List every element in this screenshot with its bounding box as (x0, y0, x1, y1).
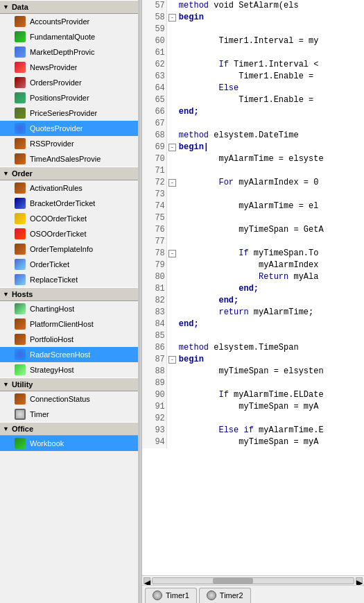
section-header-hosts[interactable]: ▼Hosts (0, 287, 138, 301)
sidebar-item-oco[interactable]: OCOOrderTicket (0, 211, 138, 226)
fold-marker-col (166, 436, 177, 448)
code-text[interactable]: end; (177, 283, 364, 295)
code-text[interactable]: end; (177, 319, 364, 330)
sidebar-item-timesales[interactable]: TimeAndSalesProvie (0, 151, 138, 167)
code-line-row: 72- For myAlarmIndex = 0 (142, 177, 364, 189)
code-text[interactable] (177, 24, 364, 35)
sidebar-item-fundamental[interactable]: FundamentalQuote (0, 29, 138, 44)
code-text[interactable]: begin| (177, 142, 364, 153)
code-text[interactable]: method elsystem.TimeSpan (177, 342, 364, 354)
code-text[interactable]: end; (177, 106, 364, 118)
section-header-utility[interactable]: ▼Utility (0, 377, 138, 391)
sidebar-item-radarscreen[interactable]: RadarScreenHost (0, 347, 138, 362)
sidebar-label-oso: OSOOrderTicket (30, 230, 87, 238)
sidebar-item-orderticket[interactable]: OrderTicket (0, 257, 138, 272)
code-text[interactable]: Else (177, 83, 364, 94)
section-header-order[interactable]: ▼Order (0, 167, 138, 180)
code-text[interactable]: Else if myAlarmTime.E (177, 425, 364, 436)
code-text[interactable] (177, 165, 364, 177)
sidebar-item-news[interactable]: NewsProvider (0, 60, 138, 75)
sidebar-item-oso[interactable]: OSOOrderTicket (0, 226, 138, 241)
code-text[interactable] (177, 212, 364, 224)
code-scroll[interactable]: 57method void SetAlarm(els58-begin59 60 … (142, 0, 364, 575)
code-text[interactable] (177, 236, 364, 248)
sidebar-item-accounts[interactable]: AccountsProvider (0, 14, 138, 29)
code-text[interactable]: begin (177, 354, 364, 366)
priceseries-icon (14, 107, 26, 119)
code-text[interactable]: If Timer1.Interval < (177, 59, 364, 71)
code-text[interactable]: myTimeSpan = GetA (177, 224, 364, 236)
fold-marker[interactable]: - (168, 14, 176, 22)
code-text[interactable]: end; (177, 295, 364, 307)
fold-marker[interactable]: - (168, 144, 176, 151)
fold-marker[interactable]: - (168, 179, 176, 187)
fold-marker-col[interactable]: - (166, 12, 177, 24)
line-number: 60 (142, 35, 166, 47)
code-text[interactable] (177, 189, 364, 201)
scrollbar-track[interactable] (152, 577, 354, 584)
scrollbar-thumb[interactable] (213, 578, 253, 584)
sidebar-item-rss[interactable]: RSSProvider (0, 136, 138, 151)
marketdepth-icon (14, 46, 26, 58)
code-text[interactable]: If myAlarmTime.ELDate (177, 389, 364, 401)
code-text[interactable]: Timer1.Enable = (177, 94, 364, 106)
sidebar-item-replace[interactable]: ReplaceTicket (0, 272, 138, 287)
code-text[interactable]: For myAlarmIndex = 0 (177, 177, 364, 189)
sidebar-item-quotes[interactable]: QuotesProvider (0, 121, 138, 136)
line-number: 81 (142, 283, 166, 295)
sidebar-item-activation[interactable]: ActivationRules (0, 180, 138, 196)
scroll-right-btn[interactable]: ▶ (356, 577, 363, 584)
sidebar-item-portfolio[interactable]: PortfolioHost (0, 332, 138, 347)
code-text[interactable]: method void SetAlarm(els (177, 0, 364, 12)
code-text[interactable]: myTimeSpan = myA (177, 401, 364, 413)
tab-timer1[interactable]: Timer1 (145, 588, 197, 603)
code-table: 57method void SetAlarm(els58-begin59 60 … (142, 0, 364, 448)
code-text[interactable]: If myTimeSpan.To (177, 248, 364, 260)
fold-marker[interactable]: - (168, 356, 176, 364)
sidebar-item-platformclient[interactable]: PlatformClientHost (0, 316, 138, 332)
code-text[interactable] (177, 377, 364, 389)
code-text[interactable] (177, 330, 364, 342)
sidebar-item-workbook[interactable]: Workbook (0, 436, 138, 451)
tab-timer2[interactable]: Timer2 (199, 588, 251, 603)
section-header-office[interactable]: ▼Office (0, 422, 138, 436)
fold-marker-col[interactable]: - (166, 142, 177, 153)
fold-marker-col[interactable]: - (166, 248, 177, 260)
sidebar-item-bracket[interactable]: BracketOrderTicket (0, 196, 138, 211)
sidebar-item-positions[interactable]: PositionsProvider (0, 90, 138, 105)
fold-marker-col[interactable]: - (166, 354, 177, 366)
strategy-icon (14, 364, 26, 376)
code-text[interactable]: begin (177, 12, 364, 24)
code-line-row: 77 (142, 236, 364, 248)
code-text[interactable]: Timer1.Enable = (177, 71, 364, 83)
code-text[interactable]: method elsystem.DateTime (177, 130, 364, 142)
code-text[interactable]: Timer1.Interval = my (177, 35, 364, 47)
sidebar-item-connection[interactable]: ConnectionStatus (0, 391, 138, 407)
code-text[interactable]: myAlarmTime = el (177, 201, 364, 212)
code-text[interactable]: Return myAla (177, 271, 364, 283)
scroll-left-btn[interactable]: ◀ (144, 577, 150, 584)
code-keyword: If (218, 60, 228, 69)
sidebar-item-charting[interactable]: ChartingHost (0, 301, 138, 316)
code-text[interactable]: myTimeSpan = myA (177, 436, 364, 448)
code-text[interactable] (177, 118, 364, 130)
sidebar-item-ordertemplate[interactable]: OrderTemplateInfo (0, 241, 138, 257)
sidebar-item-timer[interactable]: Timer (0, 407, 138, 422)
sidebar-item-marketdepth[interactable]: MarketDepthProvic (0, 44, 138, 60)
horizontal-scrollbar[interactable]: ◀ ▶ (142, 575, 364, 585)
section-header-data[interactable]: ▼Data (0, 0, 138, 14)
fold-marker-col[interactable]: - (166, 177, 177, 189)
code-text[interactable] (177, 47, 364, 59)
code-text[interactable]: myTimeSpan = elsysten (177, 366, 364, 377)
sidebar-item-priceseries[interactable]: PriceSeriesProvider (0, 105, 138, 121)
sidebar-item-orders[interactable]: OrdersProvider (0, 75, 138, 90)
oso-icon (14, 228, 26, 240)
code-text[interactable]: return myAlarmTime; (177, 307, 364, 319)
fold-marker[interactable]: - (168, 250, 176, 257)
code-text[interactable]: myAlarmTime = elsyste (177, 153, 364, 165)
rss-icon (14, 137, 26, 150)
sidebar-item-strategy[interactable]: StrategyHost (0, 362, 138, 377)
line-number: 85 (142, 330, 166, 342)
code-text[interactable]: myAlarmIndex (177, 260, 364, 271)
code-text[interactable] (177, 413, 364, 425)
